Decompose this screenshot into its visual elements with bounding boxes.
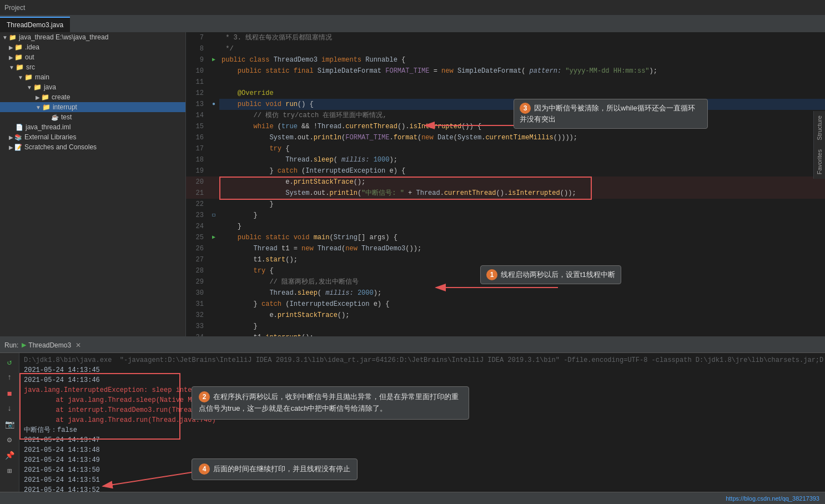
- run-tab-threaddemo3[interactable]: ▶ ThreadDemo3 ✕: [22, 341, 81, 349]
- line-number-13: 13: [186, 99, 208, 110]
- create-folder-icon: 📁: [41, 93, 49, 101]
- line-content-23: }: [219, 210, 825, 221]
- out-folder-icon: 📁: [14, 53, 23, 61]
- favorites-tab[interactable]: Favorites: [814, 145, 825, 179]
- line-number-11: 11: [186, 77, 208, 88]
- code-line-13: 13 ● public void run() {: [186, 99, 825, 110]
- bubble-num-2: 2: [199, 391, 210, 402]
- out-label: out: [25, 53, 34, 61]
- gutter-13: ●: [208, 99, 219, 110]
- screenshot-button[interactable]: 📷: [3, 417, 16, 431]
- console-line-12: 2021-05-24 14:13:52: [24, 485, 821, 492]
- code-line-9: 9 ▶ public class ThreadDemo3 implements …: [186, 54, 825, 65]
- line-number-29: 29: [186, 276, 208, 288]
- active-tab[interactable]: ThreadDemo3.java: [0, 17, 70, 32]
- console-line-11: 2021-05-24 14:13:51: [24, 475, 821, 485]
- run-arrow-9[interactable]: ▶: [212, 54, 215, 65]
- line-content-31: } catch (InterruptedException e) {: [219, 299, 825, 310]
- sidebar-item-src[interactable]: ▼ 📁 src: [0, 62, 185, 72]
- line-number-30: 30: [186, 288, 208, 299]
- console-line-0: 2021-05-24 14:13:45: [24, 365, 821, 375]
- code-line-18: 18 Thread.sleep( millis: 1000);: [186, 154, 825, 165]
- code-line-22: 22 }: [186, 199, 825, 210]
- line-content-10: public static final SimpleDateFormat FOR…: [219, 65, 825, 77]
- java-label: java: [44, 83, 56, 91]
- gutter-23: ◻: [208, 210, 219, 221]
- run-label: Run:: [4, 341, 18, 349]
- code-line-16: 16 System.out.println(FORMAT_TIME.format…: [186, 132, 825, 143]
- code-line-32: 32 e.printStackTrace();: [186, 310, 825, 321]
- run-tab-name: ThreadDemo3: [28, 341, 71, 349]
- console-cmd-line: D:\jdk1.8\bin\java.exe "-javaagent:D:\Je…: [24, 355, 821, 365]
- code-line-10: 10 public static final SimpleDateFormat …: [186, 65, 825, 77]
- line-content-32: e.printStackTrace();: [219, 310, 825, 321]
- sidebar-item-iml[interactable]: 📄 java_thread.iml: [0, 122, 185, 132]
- sidebar-item-scratches[interactable]: ▶ 📝 Scratches and Consoles: [0, 142, 185, 152]
- project-root[interactable]: ▼ 📁 java_thread E:\ws\java_thread: [0, 32, 185, 42]
- sidebar-item-interrupt[interactable]: ▼ 📁 interrupt: [0, 102, 185, 112]
- line-content-17: try {: [219, 143, 825, 154]
- line-content-18: Thread.sleep( millis: 1000);: [219, 154, 825, 165]
- run-sidebar: ↺ ↑ ◼ ↓ 📷 ⚙ 📌 ⊞: [0, 353, 19, 492]
- pin-button[interactable]: 📌: [3, 448, 16, 462]
- gutter-9: ▶: [208, 54, 219, 65]
- line-number-22: 22: [186, 199, 208, 210]
- sidebar-item-java[interactable]: ▼ 📁 java: [0, 82, 185, 92]
- code-line-17: 17 try {: [186, 143, 825, 154]
- idea-label: .idea: [25, 43, 39, 51]
- marker-23: ◻: [212, 210, 215, 221]
- code-line-15: 15 while (true && !Thread.currentThread(…: [186, 121, 825, 132]
- code-line-11: 11: [186, 77, 825, 88]
- editor-tab-bar: ThreadDemo3.java: [0, 16, 825, 32]
- code-line-30: 30 Thread.sleep( millis: 2000);: [186, 288, 825, 299]
- line-content-9: public class ThreadDemo3 implements Runn…: [219, 54, 825, 65]
- scratches-label: Scratches and Consoles: [24, 143, 97, 151]
- sidebar-item-test[interactable]: ☕ test: [0, 112, 185, 122]
- layout-button[interactable]: ⊞: [3, 464, 16, 477]
- run-tab-bar: Run: ▶ ThreadDemo3 ✕: [0, 337, 825, 353]
- line-number-19: 19: [186, 165, 208, 177]
- line-number-32: 32: [186, 310, 208, 321]
- line-number-7: 7: [186, 32, 208, 43]
- idea-folder-icon: 📁: [14, 43, 23, 51]
- console-line-10: 2021-05-24 14:13:50: [24, 465, 821, 475]
- sidebar-item-idea[interactable]: ▶ 📁 .idea: [0, 42, 185, 52]
- line-number-20: 20: [186, 177, 208, 188]
- line-number-34: 34: [186, 332, 208, 336]
- line-number-31: 31: [186, 299, 208, 310]
- line-number-25: 25: [186, 232, 208, 243]
- code-editor[interactable]: 7 * 3. 线程在每次循环后都阻塞情况 8 */ 9 ▶ public cla…: [186, 32, 825, 336]
- sidebar-item-create[interactable]: ▶ 📁 create: [0, 92, 185, 102]
- console-line-8: 2021-05-24 14:13:48: [24, 445, 821, 455]
- bubble-text-4: 后面的时间在继续打印，并且线程没有停止: [213, 465, 350, 473]
- scroll-up-button[interactable]: ↑: [3, 371, 16, 384]
- structure-tab[interactable]: Structure: [814, 111, 825, 145]
- settings-button[interactable]: ⚙: [3, 433, 16, 446]
- stop-button[interactable]: ◼: [3, 386, 16, 400]
- run-arrow-25[interactable]: ▶: [212, 232, 215, 243]
- sidebar-item-main[interactable]: ▼ 📁 main: [0, 72, 185, 82]
- interrupt-folder-icon: 📁: [42, 103, 51, 111]
- extlib-icon: 📚: [14, 134, 22, 141]
- structure-panel: Structure Favorites: [813, 111, 825, 179]
- iml-file-icon: 📄: [16, 124, 23, 131]
- scroll-down-button[interactable]: ↓: [3, 402, 16, 415]
- expand-arrow: ▼: [2, 34, 8, 41]
- line-number-18: 18: [186, 154, 208, 165]
- console-line-6: 中断信号：false: [24, 425, 821, 435]
- project-sidebar: ▼ 📁 java_thread E:\ws\java_thread ▶ 📁 .i…: [0, 32, 186, 336]
- src-folder-icon: 📁: [16, 63, 24, 71]
- annotation-bubble-4: 4后面的时间在继续打印，并且线程没有停止: [192, 458, 358, 480]
- rerun-button[interactable]: ↺: [3, 355, 16, 369]
- close-run-tab-icon[interactable]: ✕: [76, 341, 81, 349]
- java-folder-icon: 📁: [33, 83, 42, 91]
- code-line-20: 20 e.printStackTrace();: [186, 177, 825, 188]
- src-label: src: [26, 63, 35, 71]
- sidebar-item-out[interactable]: ▶ 📁 out: [0, 52, 185, 62]
- code-line-23: 23 ◻ }: [186, 210, 825, 221]
- line-content-7: * 3. 线程在每次循环后都阻塞情况: [219, 32, 825, 43]
- sidebar-item-extlib[interactable]: ▶ 📚 External Libraries: [0, 132, 185, 142]
- annotation-bubble-3: 3因为中断信号被清除，所以while循环还会一直循环并没有突出: [514, 99, 708, 129]
- console-line-9: 2021-05-24 14:13:49: [24, 455, 821, 465]
- gutter-25: ▶: [208, 232, 219, 243]
